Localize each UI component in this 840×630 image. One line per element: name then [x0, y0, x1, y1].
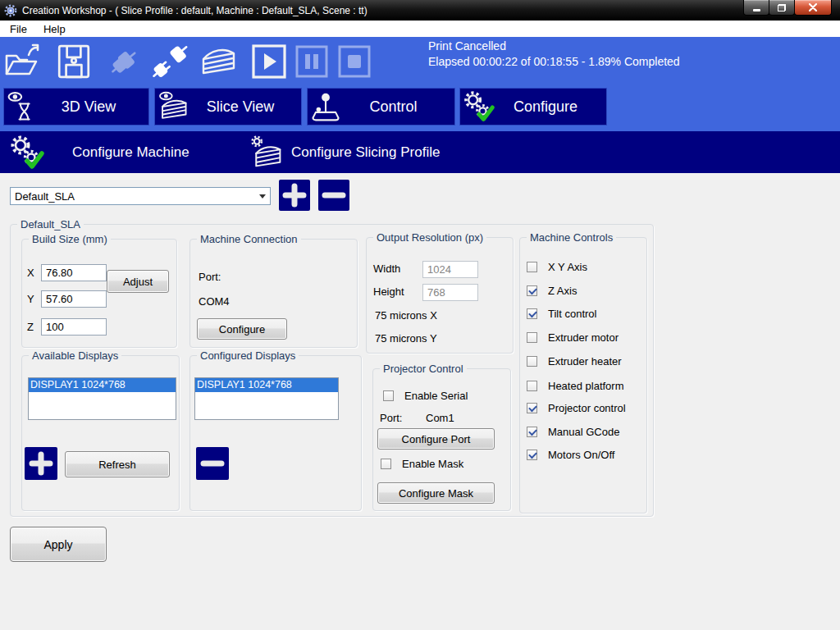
build-z-input[interactable]	[41, 318, 107, 336]
close-button[interactable]	[794, 0, 832, 16]
play-button[interactable]	[249, 40, 289, 83]
width-label: Width	[373, 262, 400, 275]
checkbox[interactable]	[527, 308, 537, 319]
configure-slicing-icon	[250, 135, 283, 170]
stop-button[interactable]	[335, 40, 374, 83]
add-display-button[interactable]	[25, 447, 57, 480]
stop-icon	[337, 44, 372, 79]
configured-displays-list[interactable]: DISPLAY1 840*630	[194, 377, 339, 420]
remove-display-button[interactable]	[196, 447, 229, 480]
menu-file[interactable]: File	[3, 23, 34, 35]
projector-control-group: Projector Control Enable Serial Port: Co…	[372, 368, 511, 511]
creation-workshop-window: Creation Workshop - ( Slice Profile : de…	[0, 0, 840, 630]
add-profile-button[interactable]	[279, 180, 310, 211]
connect-button[interactable]	[105, 40, 144, 83]
x-label: X	[27, 267, 34, 279]
checkbox[interactable]	[527, 403, 537, 413]
available-displays-group: Available Displays DISPLAY1 840*630 Ref…	[21, 355, 180, 511]
status-line1: Print Cancelled	[428, 39, 680, 54]
available-displays-list[interactable]: DISPLAY1 840*630	[28, 377, 176, 420]
height-label: Height	[373, 285, 404, 298]
group-caption: Available Displays	[29, 349, 121, 362]
subtab-configure-machine[interactable]: Configure Machine	[8, 131, 189, 173]
chevron-down-icon	[255, 194, 270, 199]
title-bar: Creation Workshop - ( Slice Profile : de…	[0, 0, 840, 21]
output-resolution-group: Output Resolution (px) Width Height 75 m…	[366, 237, 514, 354]
close-icon	[809, 3, 817, 11]
checkbox[interactable]	[527, 285, 537, 296]
configure-port-button[interactable]: Configure Port	[377, 428, 495, 450]
remove-profile-button[interactable]	[318, 180, 349, 211]
open-folder-icon	[3, 43, 43, 80]
refresh-displays-button[interactable]: Refresh	[65, 451, 170, 477]
build-x-input[interactable]	[41, 264, 107, 281]
group-caption: Configured Displays	[197, 349, 299, 362]
group-caption: Default_SLA	[17, 218, 84, 231]
checkbox[interactable]	[527, 381, 537, 391]
group-caption: Machine Controls	[527, 231, 616, 244]
slice-view-icon	[155, 91, 191, 122]
checkbox[interactable]	[383, 390, 394, 401]
group-caption: Projector Control	[380, 363, 467, 375]
restore-button[interactable]	[769, 0, 795, 16]
app-logo-icon	[4, 4, 17, 17]
configure-machine-icon	[8, 135, 44, 171]
minimize-button[interactable]	[743, 0, 769, 16]
joystick-icon	[308, 91, 344, 122]
status-line2: Elapsed 00:00:22 of 00:18:55 - 1.89% Com…	[428, 54, 680, 70]
y-label: Y	[27, 293, 34, 305]
subtab-label: Configure Slicing Profile	[291, 144, 440, 161]
microns-y-label: 75 microns Y	[375, 332, 437, 345]
machine-connection-group: Machine Connection Port: COM4 Configure	[189, 239, 358, 348]
print-status: Print Cancelled Elapsed 00:00:22 of 00:1…	[428, 39, 680, 70]
apply-button[interactable]: Apply	[10, 527, 107, 562]
port-label: Port:	[199, 271, 221, 283]
plug-connected-icon	[106, 43, 144, 80]
adjust-button[interactable]: Adjust	[107, 270, 169, 293]
minus-icon	[200, 451, 225, 476]
subtab-configure-slicing-profile[interactable]: Configure Slicing Profile	[250, 131, 440, 173]
list-item-display1[interactable]: DISPLAY1 840*630	[195, 378, 338, 392]
minus-icon	[322, 183, 346, 208]
tab-label: Control	[344, 98, 454, 116]
play-icon	[251, 43, 287, 80]
checkbox[interactable]	[527, 450, 537, 460]
pause-icon	[294, 44, 329, 79]
tab-control[interactable]: Control	[307, 88, 455, 126]
configure-mask-button[interactable]: Configure Mask	[377, 482, 495, 504]
menu-bar: File Help	[0, 21, 840, 37]
open-file-button[interactable]	[3, 40, 43, 83]
group-caption: Build Size (mm)	[29, 233, 111, 245]
tab-3d-view[interactable]: 3D View	[3, 88, 149, 126]
save-button[interactable]	[54, 40, 94, 83]
slice-button[interactable]	[199, 40, 239, 83]
configure-gears-icon	[460, 90, 496, 123]
build-size-group: Build Size (mm) X Y Z Adjust	[21, 239, 177, 348]
group-caption: Output Resolution (px)	[373, 231, 486, 244]
build-y-input[interactable]	[41, 290, 107, 308]
machine-profile-select[interactable]: Default_SLA	[10, 187, 271, 205]
checkbox[interactable]	[527, 332, 537, 343]
tab-label: Slice View	[191, 98, 301, 116]
tab-label: Configure	[496, 98, 606, 116]
list-item-display1[interactable]: DISPLAY1 840*630	[29, 378, 176, 392]
pause-button[interactable]	[292, 40, 331, 83]
group-caption: Machine Connection	[197, 233, 301, 245]
height-input	[422, 284, 478, 301]
machine-config-group: Default_SLA Build Size (mm) X Y Z Adjust…	[10, 224, 654, 517]
port-value: COM4	[199, 295, 230, 308]
checkbox[interactable]	[527, 262, 537, 272]
window-controls	[744, 0, 832, 16]
configure-connection-button[interactable]: Configure	[197, 318, 287, 340]
tab-slice-view[interactable]: Slice View	[154, 88, 302, 126]
disconnect-button[interactable]	[151, 40, 190, 83]
checkbox[interactable]	[527, 427, 537, 437]
projector-port-value: Com1	[426, 412, 454, 424]
menu-help[interactable]: Help	[37, 23, 72, 35]
tab-configure[interactable]: Configure	[459, 88, 607, 126]
checkbox[interactable]	[527, 356, 537, 367]
toolbar-band: Print Cancelled Elapsed 00:00:22 of 00:1…	[0, 37, 840, 131]
tab-label: 3D View	[40, 98, 148, 116]
save-floppy-icon	[56, 43, 92, 80]
checkbox[interactable]	[381, 459, 391, 469]
